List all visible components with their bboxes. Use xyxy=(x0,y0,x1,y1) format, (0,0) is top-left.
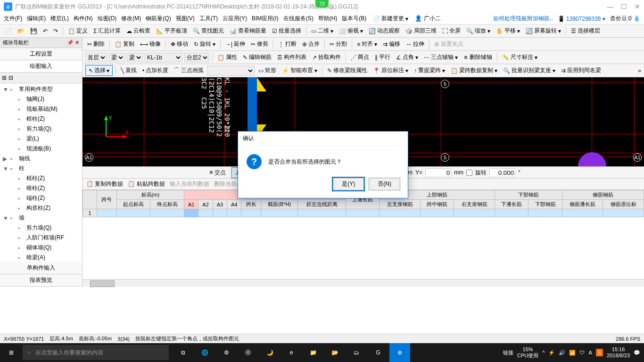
component-list-button[interactable]: ☰ 构件列表 xyxy=(275,52,308,62)
merge-button[interactable]: ⊕ 合并 xyxy=(300,39,322,49)
parallel-button[interactable]: ∥ 平行 xyxy=(373,52,392,62)
smart-layout-button[interactable]: ⚡ 智能布置 ▾ xyxy=(280,66,319,75)
single-input-tab[interactable]: 单构件输入 xyxy=(0,262,82,274)
menu-version[interactable]: 版本号(B) xyxy=(342,15,366,23)
new-change-button[interactable]: 📄 新建变更 ▾ xyxy=(371,14,410,24)
select-button[interactable]: ↖ 选择 ▾ xyxy=(85,65,113,76)
draw-input-tab[interactable]: 绘图输入 xyxy=(0,60,82,73)
align-slab-button[interactable]: 📐 平齐板顶 xyxy=(154,26,189,36)
split-button[interactable]: ✂ 分割 xyxy=(328,39,349,49)
maximize-icon[interactable]: ☐ xyxy=(621,3,627,10)
horizontal-scrollbar[interactable] xyxy=(83,279,644,287)
tree-item[interactable]: ▼▫墙 xyxy=(1,213,81,223)
apply-same-name-button[interactable]: ⇉ 应用到同名梁 xyxy=(559,66,603,75)
category2-select[interactable]: 梁 xyxy=(127,53,143,62)
offset-button[interactable]: ⇉ 偏移 xyxy=(381,39,402,49)
data-table[interactable]: 跨号 标高(m) 构件尺寸(mm) 上通长筋 上部钢筋 下部钢筋 侧面钢筋 起点… xyxy=(83,190,644,279)
clock[interactable]: 15:162018/8/23 xyxy=(607,346,630,359)
tree-item[interactable]: ▫端柱(Z) xyxy=(1,193,81,203)
cost-beans[interactable]: 造价豆:0 💧 xyxy=(610,15,640,23)
project-settings-tab[interactable]: 工程设置 xyxy=(0,48,82,60)
tree-item[interactable]: ▫现浇板(B) xyxy=(1,144,81,154)
notification-icon[interactable]: 💬 xyxy=(634,350,640,356)
phone-number[interactable]: 📱 13907298339 ▾ xyxy=(558,16,605,22)
angle-input[interactable] xyxy=(489,168,515,177)
link-status[interactable]: 链接 xyxy=(503,349,513,356)
copy-button[interactable]: 📋 复制 xyxy=(113,39,136,49)
batch-select-button[interactable]: ☑ 批量选择 xyxy=(270,26,303,36)
tray-icon-1[interactable]: ⚡ xyxy=(548,350,555,356)
minimize-icon[interactable]: — xyxy=(607,3,613,10)
orbit-button[interactable]: 🔄 动态观察 xyxy=(367,26,402,36)
line-button[interactable]: ╲ 直线 xyxy=(119,66,139,75)
start-button[interactable]: ⊞ xyxy=(0,343,23,362)
tree-item[interactable]: ▫砌体墙(Q) xyxy=(1,243,81,253)
new-button[interactable]: 📄 xyxy=(3,27,14,35)
rect-button[interactable]: ▭ 矩形 xyxy=(256,66,278,75)
arc-button[interactable]: ⌒ 三点画弧 xyxy=(172,66,206,75)
report-preview-tab[interactable]: 报表预览 xyxy=(0,274,82,287)
break-button[interactable]: ⋮ 打断 xyxy=(276,39,298,49)
view-rebar-button[interactable]: 📊 查看钢筋量 xyxy=(228,26,268,36)
tree-item[interactable]: ▫构造柱(Z) xyxy=(1,203,81,213)
tree-item[interactable]: ▫剪力墙(Q) xyxy=(1,124,81,134)
delete-axis-button[interactable]: ✕ 删除辅轴 xyxy=(462,52,494,62)
menu-online[interactable]: 在线服务(S) xyxy=(283,15,314,23)
user-label[interactable]: 👤 广小二 xyxy=(415,15,440,23)
cloud-check-button[interactable]: ☁ 云检查 xyxy=(124,26,152,36)
tree-item[interactable]: ▼▫常用构件类型 xyxy=(1,84,81,94)
tray-up-icon[interactable]: ^ xyxy=(542,350,545,355)
three-point-axis-button[interactable]: ⋯ 三点辅轴 ▾ xyxy=(422,52,460,62)
tree-item[interactable]: ▫暗梁(A) xyxy=(1,253,81,262)
tree-item[interactable]: ▫人防门框墙(RF xyxy=(1,233,81,243)
tree-icon-1[interactable]: ⊞ xyxy=(2,74,7,81)
cpu-meter[interactable]: 15%CPU使用 xyxy=(517,346,538,359)
ime-icon[interactable]: S xyxy=(596,349,603,356)
align-button[interactable]: ≡ 对齐 ▾ xyxy=(355,39,379,49)
menu-tools[interactable]: 工具(T) xyxy=(199,15,218,23)
pick-component-button[interactable]: ↗ 拾取构件 xyxy=(310,52,343,62)
sum-button[interactable]: Σ 汇总计算 xyxy=(91,26,123,36)
app-icon-8[interactable]: 🗂 xyxy=(346,343,367,362)
menu-component[interactable]: 构件(N) xyxy=(74,15,93,23)
redo-button[interactable]: ↷ xyxy=(51,27,60,35)
help-link[interactable]: 如何处理筏板附加钢筋.. xyxy=(493,15,553,23)
beam-data-copy-button[interactable]: 📋 梁跨数据复制 ▾ xyxy=(449,66,499,75)
relift-beam-button[interactable]: ↑ 重提梁跨 ▾ xyxy=(412,66,447,75)
pin-icon[interactable]: 📌 ✕ xyxy=(67,40,79,46)
app-icon-3[interactable]: ⓔ xyxy=(238,343,258,362)
two-point-button[interactable]: ⋰ 两点 xyxy=(349,52,371,62)
find-element-button[interactable]: 🔍 查找图元 xyxy=(191,26,226,36)
menu-modify[interactable]: 修改(M) xyxy=(121,15,141,23)
modify-beam-button[interactable]: ✎ 修改梁段属性 xyxy=(325,66,369,75)
notification-badge[interactable]: 72 xyxy=(315,0,329,8)
edit-rebar-button[interactable]: ✎ 编辑钢筋 xyxy=(241,52,273,62)
component-tree[interactable]: ▼▫常用构件类型▫轴网(J)▫筏板基础(M)▫框柱(Z)▫剪力墙(Q)▫梁(L)… xyxy=(0,83,82,262)
tree-icon-2[interactable]: ⊟ xyxy=(8,74,13,81)
app-icon-4[interactable]: 🌙 xyxy=(259,343,280,362)
table-row[interactable]: 1 xyxy=(83,209,644,217)
span-select[interactable]: 分层2 xyxy=(184,53,209,62)
app-icon-1[interactable]: 🌐 xyxy=(194,343,215,362)
taskbar-search[interactable]: ○ 在这里输入你要搜索的内容 xyxy=(23,345,169,360)
snap-intersect[interactable]: ✕ 交点 xyxy=(206,168,229,178)
app-icon-2[interactable]: ⚙ xyxy=(216,343,237,362)
menu-rebar[interactable]: 钢筋量(Q) xyxy=(146,15,171,23)
menu-view[interactable]: 视图(V) xyxy=(176,15,195,23)
floor-select[interactable]: 首层 xyxy=(85,53,107,62)
app-icon-6[interactable]: 📁 xyxy=(303,343,323,362)
screen-rotate-button[interactable]: 🔄 屏幕旋转 ▾ xyxy=(524,26,563,36)
app-icon-7[interactable]: 📂 xyxy=(324,343,345,362)
yes-button[interactable]: 是(Y) xyxy=(333,178,364,190)
trim-button[interactable]: ✂ 修剪 xyxy=(249,39,270,49)
menu-draw[interactable]: 绘图(D) xyxy=(98,15,117,23)
no-button[interactable]: 否(N) xyxy=(369,178,400,190)
menu-edit[interactable]: 编辑(E) xyxy=(27,15,46,23)
arc-type-select[interactable] xyxy=(207,66,255,75)
tree-item[interactable]: ▶▫轴线 xyxy=(1,154,81,164)
tray-icon-2[interactable]: 🔊 xyxy=(559,350,565,356)
define-button[interactable]: 📋 定义 xyxy=(66,26,90,36)
tree-item[interactable]: ▫框柱(Z) xyxy=(1,173,81,183)
top-view-button[interactable]: ⬜ 俯视 ▾ xyxy=(337,26,365,36)
menu-cloud[interactable]: 云应用(Y) xyxy=(223,15,247,23)
